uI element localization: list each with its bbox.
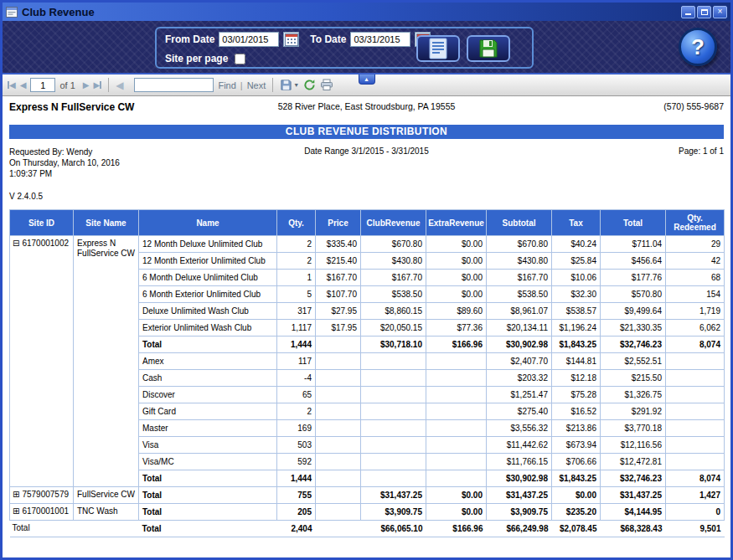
extra-revenue-cell: $166.96 <box>426 521 487 537</box>
extra-revenue-cell: $89.60 <box>426 303 487 320</box>
from-date-input[interactable] <box>219 32 279 47</box>
subtotal-cell: $2,407.70 <box>487 353 552 370</box>
refresh-button[interactable] <box>303 79 316 91</box>
save-button[interactable] <box>467 35 510 62</box>
total-cell: $1,326.75 <box>601 387 666 403</box>
qty-cell: 317 <box>277 303 316 320</box>
question-mark-icon: ? <box>691 34 705 60</box>
qty-redeemed-cell: 29 <box>666 236 725 253</box>
price-cell <box>316 470 361 487</box>
club-revenue-cell: $430.80 <box>361 253 426 270</box>
collapse-group-icon[interactable]: ⊟ <box>13 239 19 248</box>
site-phone: (570) 555-9687 <box>488 101 724 111</box>
total-cell: $711.04 <box>601 236 666 253</box>
qty-redeemed-cell: 154 <box>666 286 725 303</box>
request-info: Requested By: Wendy On Thursday, March 1… <box>9 146 245 202</box>
find-button[interactable]: Find <box>218 80 235 90</box>
qty-redeemed-cell: 8,074 <box>666 337 725 353</box>
report-document-icon <box>428 38 448 59</box>
first-page-button[interactable]: ◀ <box>8 80 16 90</box>
qty-redeemed-cell <box>666 387 725 403</box>
close-button[interactable]: × <box>713 6 727 18</box>
back-arrow-icon: ◀ <box>116 80 123 91</box>
subtotal-cell: $275.40 <box>487 403 552 420</box>
revenue-table: Site IDSite NameNameQty.PriceClubRevenue… <box>9 209 725 537</box>
parameter-area: From Date To Date Site per page <box>3 21 730 74</box>
price-cell: $215.40 <box>316 253 361 270</box>
site-per-page-checkbox[interactable] <box>235 54 245 64</box>
name-cell: Exterior Unlimited Wash Club <box>139 320 277 337</box>
club-revenue-cell <box>361 470 426 487</box>
total-cell: $177.76 <box>601 270 666 286</box>
export-button[interactable]: ▼ <box>280 79 299 91</box>
column-header-clubrevenue: ClubRevenue <box>361 210 426 236</box>
name-cell: Gift Card <box>139 403 277 420</box>
price-cell: $107.70 <box>316 286 361 303</box>
price-cell <box>316 370 361 387</box>
print-button[interactable] <box>320 79 333 91</box>
export-dropdown-caret-icon: ▼ <box>293 82 299 88</box>
page-number-input[interactable] <box>30 78 55 92</box>
tax-cell: $25.84 <box>552 253 601 270</box>
app-icon <box>6 7 18 18</box>
find-text-input[interactable] <box>134 78 214 92</box>
total-row: ⊞6170001001TNC WashTotal205$3,909.75$0.0… <box>10 504 725 521</box>
printer-icon <box>320 79 333 91</box>
minimize-button[interactable] <box>681 6 695 18</box>
club-revenue-cell: $670.80 <box>361 236 426 253</box>
column-header-site-name: Site Name <box>74 210 139 236</box>
name-cell: Total <box>139 470 277 487</box>
to-date-input[interactable] <box>350 32 410 47</box>
total-cell: $2,552.51 <box>601 353 666 370</box>
subtotal-cell: $11,766.15 <box>487 454 552 470</box>
from-date-calendar-button[interactable] <box>283 32 299 47</box>
name-cell: Total <box>139 487 277 504</box>
tax-cell: $16.52 <box>552 403 601 420</box>
previous-page-button[interactable]: ◀ <box>20 80 27 90</box>
club-revenue-cell <box>361 454 426 470</box>
extra-revenue-cell <box>426 370 487 387</box>
collapse-parameters-button[interactable]: ▲ <box>359 74 375 85</box>
view-report-button[interactable] <box>416 35 460 62</box>
expand-group-icon[interactable]: ⊞ <box>13 490 19 499</box>
expand-group-icon[interactable]: ⊞ <box>13 506 19 516</box>
qty-redeemed-cell: 8,074 <box>666 470 725 487</box>
page-info-label: Page: 1 of 1 <box>488 146 724 202</box>
total-cell: $32,746.23 <box>601 470 666 487</box>
last-page-button[interactable]: ▶ <box>93 80 101 90</box>
grand-total-row: TotalTotal2,404$66,065.10$166.96$66,249.… <box>10 521 725 537</box>
next-page-icon: ▶ <box>83 80 90 90</box>
extra-revenue-cell: $166.96 <box>426 337 487 353</box>
page-count-label: of 1 <box>59 80 75 90</box>
qty-cell: 205 <box>277 504 316 521</box>
tax-cell: $673.94 <box>552 437 601 454</box>
tax-cell: $12.18 <box>552 370 601 387</box>
subtotal-cell: $1,251.47 <box>487 387 552 403</box>
tax-cell: $213.86 <box>552 420 601 437</box>
table-body: ⊟6170001002Express N FullService CW12 Mo… <box>10 236 725 537</box>
name-cell: Amex <box>139 353 277 370</box>
next-page-button[interactable]: ▶ <box>83 80 90 90</box>
maximize-button[interactable] <box>697 6 711 18</box>
site-name-cell: Express N FullService CW <box>74 236 139 487</box>
qty-redeemed-cell <box>666 370 725 387</box>
price-cell: $27.95 <box>316 303 361 320</box>
tax-cell: $0.00 <box>552 487 601 504</box>
tax-cell: $10.06 <box>552 270 601 286</box>
name-cell: Master <box>139 420 277 437</box>
last-page-icon <box>100 81 101 89</box>
column-header-name: Name <box>139 210 277 236</box>
help-button[interactable]: ? <box>679 28 717 66</box>
column-header-total: Total <box>601 210 666 236</box>
find-next-button[interactable]: Next <box>247 80 266 90</box>
subtotal-cell: $30,902.98 <box>487 470 552 487</box>
back-to-parent-report-button[interactable]: ◀ <box>116 80 123 91</box>
tax-cell: $75.28 <box>552 387 601 403</box>
extra-revenue-cell: $0.00 <box>426 487 487 504</box>
requested-by: Requested By: Wendy <box>9 146 245 157</box>
save-disk-icon <box>477 38 499 59</box>
column-header-tax: Tax <box>552 210 601 236</box>
club-revenue-cell <box>361 387 426 403</box>
price-cell <box>316 353 361 370</box>
price-cell <box>316 521 361 537</box>
